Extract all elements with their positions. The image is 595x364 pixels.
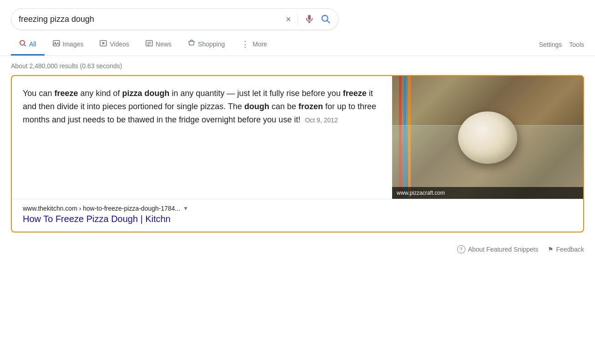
- settings-link[interactable]: Settings: [539, 41, 562, 48]
- pizza-dough-ball: [458, 111, 517, 164]
- tab-images-label: Images: [63, 40, 84, 48]
- search-icons: ×: [286, 14, 331, 25]
- svg-line-7: [24, 45, 26, 46]
- tab-images[interactable]: Images: [45, 34, 92, 56]
- nav-settings: Settings Tools: [539, 35, 584, 54]
- question-icon: ?: [457, 245, 465, 253]
- tab-all[interactable]: All: [11, 34, 45, 56]
- search-bar-container: ×: [0, 0, 595, 30]
- about-snippets[interactable]: ? About Featured Snippets: [457, 245, 539, 253]
- svg-rect-8: [53, 40, 60, 46]
- tab-shopping-label: Shopping: [198, 40, 225, 48]
- clear-icon[interactable]: ×: [286, 14, 291, 25]
- featured-snippet: You can freeze any kind of pizza dough i…: [11, 75, 584, 233]
- snippet-main: You can freeze any kind of pizza dough i…: [12, 76, 583, 199]
- feedback-btn[interactable]: ⚑ Feedback: [548, 246, 584, 253]
- snippet-link[interactable]: How To Freeze Pizza Dough | Kitchn: [23, 214, 171, 224]
- snippet-image-container: www.pizzacraft.com: [392, 76, 583, 199]
- tab-videos-label: Videos: [110, 40, 129, 48]
- news-icon: [146, 40, 153, 49]
- dropdown-arrow-icon[interactable]: ▼: [183, 205, 188, 212]
- search-bar: ×: [11, 8, 338, 30]
- bottom-bar: ? About Featured Snippets ⚑ Feedback: [0, 240, 595, 259]
- svg-rect-1: [308, 15, 311, 20]
- tab-all-label: All: [29, 40, 36, 48]
- about-snippets-label: About Featured Snippets: [468, 246, 539, 253]
- svg-marker-11: [102, 42, 105, 45]
- search-button[interactable]: [321, 14, 331, 24]
- shopping-icon: [188, 40, 195, 49]
- images-icon: [53, 40, 60, 49]
- results-info: About 2,480,000 results (0.63 seconds): [0, 56, 595, 75]
- feedback-label: Feedback: [556, 246, 584, 253]
- videos-icon: [100, 40, 107, 49]
- pizza-dough-image: www.pizzacraft.com: [392, 76, 583, 199]
- all-icon: [19, 40, 26, 49]
- snippet-url-text: www.thekitchn.com › how-to-freeze-pizza-…: [23, 205, 180, 212]
- results-count: About 2,480,000 results (0.63 seconds): [11, 62, 122, 70]
- search-input[interactable]: [19, 15, 286, 24]
- tab-news-label: News: [156, 40, 171, 48]
- tab-more-label: More: [252, 40, 267, 48]
- tab-more[interactable]: ⋮ More: [233, 34, 275, 56]
- feedback-icon: ⚑: [548, 246, 554, 253]
- snippet-url: www.thekitchn.com › how-to-freeze-pizza-…: [23, 205, 572, 212]
- snippet-text: You can freeze any kind of pizza dough i…: [12, 76, 392, 199]
- image-caption: www.pizzacraft.com: [392, 187, 583, 199]
- snippet-footer: www.thekitchn.com › how-to-freeze-pizza-…: [12, 199, 583, 232]
- tab-news[interactable]: News: [137, 34, 180, 56]
- more-dots-icon: ⋮: [241, 39, 250, 49]
- snippet-date: Oct 9, 2012: [305, 116, 338, 124]
- nav-tabs: All Images Videos: [0, 30, 595, 56]
- snippet-paragraph: You can freeze any kind of pizza dough i…: [23, 87, 381, 126]
- mic-icon[interactable]: [304, 14, 314, 24]
- tab-videos[interactable]: Videos: [91, 34, 137, 56]
- tab-shopping[interactable]: Shopping: [180, 34, 233, 56]
- tools-link[interactable]: Tools: [569, 41, 584, 48]
- divider: [298, 14, 298, 25]
- svg-line-5: [327, 20, 329, 23]
